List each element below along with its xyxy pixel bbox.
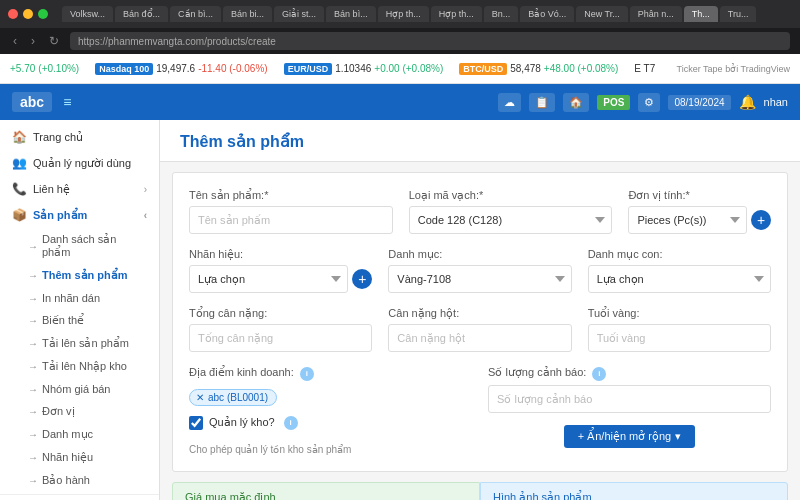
brand-select[interactable]: Lựa chọn: [189, 265, 348, 293]
stock-info-icon[interactable]: i: [284, 416, 298, 430]
maximize-dot[interactable]: [38, 9, 48, 19]
gold-age-group: Tuổi vàng:: [588, 307, 771, 352]
sidebar-sub-units[interactable]: Đơn vị: [0, 400, 159, 423]
sidebar-sub-upload-import[interactable]: Tải lên Nhập kho: [0, 355, 159, 378]
sub-label-brands: Nhãn hiệu: [42, 451, 93, 464]
total-weight-input[interactable]: [189, 324, 372, 352]
forward-button[interactable]: ›: [28, 34, 38, 48]
sidebar: 🏠 Trang chủ 👥 Quản lý người dùng 📞 Liên …: [0, 120, 160, 500]
notification-icon[interactable]: 🔔: [739, 94, 756, 110]
browser-tab-11[interactable]: New Tr...: [576, 6, 628, 22]
form-row-4: Địa điểm kinh doanh: i ✕ abc (BL0001): [189, 366, 771, 455]
sidebar-sub-categories[interactable]: Danh mục: [0, 423, 159, 446]
sidebar-sub-print-label[interactable]: In nhãn dán: [0, 287, 159, 309]
header-home-btn[interactable]: 🏠: [563, 93, 589, 112]
location-info-icon[interactable]: i: [300, 367, 314, 381]
window-controls: [8, 9, 48, 19]
sidebar-sub-price-groups[interactable]: Nhóm giá bán: [0, 378, 159, 400]
price-tab[interactable]: Giá mua mặc định: [172, 482, 480, 501]
browser-tab-5[interactable]: Giải st...: [274, 6, 324, 22]
browser-tab-14[interactable]: Tru...: [720, 6, 757, 22]
sidebar-sub-variants[interactable]: Biến thể: [0, 309, 159, 332]
unit-label: Đơn vị tính:*: [628, 189, 771, 202]
sub-label-upload: Tải lên sản phẩm: [42, 337, 129, 350]
browser-tab-7[interactable]: Hợp th...: [378, 6, 429, 22]
pos-badge[interactable]: POS: [597, 95, 630, 110]
header-clipboard-btn[interactable]: 📋: [529, 93, 555, 112]
minimize-dot[interactable]: [23, 9, 33, 19]
sidebar-label-contact: Liên hệ: [33, 183, 70, 196]
image-tab[interactable]: Hình ảnh sản phẩm: [480, 482, 788, 501]
sidebar-sub-product-list[interactable]: Danh sách sản phẩm: [0, 228, 159, 264]
barcode-type-group: Loại mã vạch:* Code 128 (C128): [409, 189, 613, 234]
sidebar-item-users[interactable]: 👥 Quản lý người dùng: [0, 150, 159, 176]
gold-age-input[interactable]: [588, 324, 771, 352]
total-weight-group: Tổng cân nặng:: [189, 307, 372, 352]
nasdaq-value: 19,497.6: [156, 63, 195, 74]
eurusd-change: +0.00 (+0.08%): [374, 63, 443, 74]
browser-tab-12[interactable]: Phân n...: [630, 6, 682, 22]
warning-info-icon[interactable]: i: [592, 367, 606, 381]
subcategory-label: Danh mục con:: [588, 248, 771, 261]
sub-label-categories: Danh mục: [42, 428, 93, 441]
location-tag-label: abc (BL0001): [208, 392, 268, 403]
browser-tabs: Volksw... Bán đổ... Cần bì... Bán bi... …: [62, 6, 792, 22]
barcode-type-select[interactable]: Code 128 (C128): [409, 206, 613, 234]
menu-icon[interactable]: ≡: [60, 94, 74, 110]
page-title: Thêm sản phẩm: [180, 132, 780, 151]
header-sync-btn[interactable]: ☁: [498, 93, 521, 112]
expand-btn-container: + Ẩn/hiện mở rộng ▾: [488, 425, 771, 448]
barcode-type-label: Loại mã vạch:*: [409, 189, 613, 202]
url-input[interactable]: [70, 32, 790, 50]
manage-stock-checkbox[interactable]: [189, 416, 203, 430]
users-icon: 👥: [12, 156, 27, 170]
nasdaq-change: -11.40 (-0.06%): [198, 63, 267, 74]
unit-group: Đơn vị tính:* Pieces (Pc(s)) +: [628, 189, 771, 234]
browser-tab-active[interactable]: Th...: [684, 6, 718, 22]
sidebar-item-home[interactable]: 🏠 Trang chủ: [0, 124, 159, 150]
warning-count-input[interactable]: [488, 385, 771, 413]
expand-button[interactable]: + Ẩn/hiện mở rộng ▾: [564, 425, 696, 448]
header-settings-btn[interactable]: ⚙: [638, 93, 660, 112]
main-layout: 🏠 Trang chủ 👥 Quản lý người dùng 📞 Liên …: [0, 120, 800, 500]
app-header: abc ≡ ☁ 📋 🏠 POS ⚙ 08/19/2024 🔔 nhan: [0, 84, 800, 120]
unit-select[interactable]: Pieces (Pc(s)): [628, 206, 747, 234]
sidebar-sub-add-product[interactable]: Thêm sản phẩm: [0, 264, 159, 287]
expand-arrow-icon: ▾: [675, 430, 681, 443]
btc-value: 58,478: [510, 63, 541, 74]
product-name-input[interactable]: [189, 206, 393, 234]
warning-count-group: Số lượng cảnh báo: i: [488, 366, 771, 413]
ticker-item-5: E T7: [634, 63, 655, 74]
sub-label-price-groups: Nhóm giá bán: [42, 383, 111, 395]
add-unit-button[interactable]: +: [751, 210, 771, 230]
browser-tab-8[interactable]: Hợp th...: [431, 6, 482, 22]
sidebar-item-products[interactable]: 📦 Sản phẩm ‹: [0, 202, 159, 228]
browser-tab-2[interactable]: Bán đổ...: [115, 6, 168, 22]
net-weight-input[interactable]: [388, 324, 571, 352]
browser-tab-4[interactable]: Bán bi...: [223, 6, 272, 22]
browser-tab-3[interactable]: Cần bì...: [170, 6, 221, 22]
subcategory-group: Danh mục con: Lựa chọn: [588, 248, 771, 293]
category-select[interactable]: Vàng-7108: [388, 265, 571, 293]
sidebar-sub-brands[interactable]: Nhãn hiệu: [0, 446, 159, 469]
browser-tab-6[interactable]: Bán bì...: [326, 6, 376, 22]
sidebar-sub-upload-products[interactable]: Tải lên sản phẩm: [0, 332, 159, 355]
browser-chrome: Volksw... Bán đổ... Cần bì... Bán bi... …: [0, 0, 800, 28]
business-location-group: Địa điểm kinh doanh: i ✕ abc (BL0001): [189, 366, 472, 406]
warning-count-label: Số lượng cảnh báo: i: [488, 366, 771, 381]
ticker-item-2: Nasdaq 100 19,497.6 -11.40 (-0.06%): [95, 63, 267, 75]
sidebar-item-contact[interactable]: 📞 Liên hệ ›: [0, 176, 159, 202]
date-display: 08/19/2024: [668, 95, 730, 110]
remove-location-btn[interactable]: ✕: [196, 392, 204, 403]
add-brand-button[interactable]: +: [352, 269, 372, 289]
browser-tab-10[interactable]: Bảo Vó...: [520, 6, 574, 22]
browser-tab-9[interactable]: Bn...: [484, 6, 519, 22]
refresh-button[interactable]: ↻: [46, 34, 62, 48]
subcategory-select[interactable]: Lựa chọn: [588, 265, 771, 293]
close-dot[interactable]: [8, 9, 18, 19]
brand-select-row: Lựa chọn +: [189, 265, 372, 293]
page-header: Thêm sản phẩm: [160, 120, 800, 162]
back-button[interactable]: ‹: [10, 34, 20, 48]
browser-tab-1[interactable]: Volksw...: [62, 6, 113, 22]
sidebar-sub-warranty[interactable]: Bảo hành: [0, 469, 159, 492]
